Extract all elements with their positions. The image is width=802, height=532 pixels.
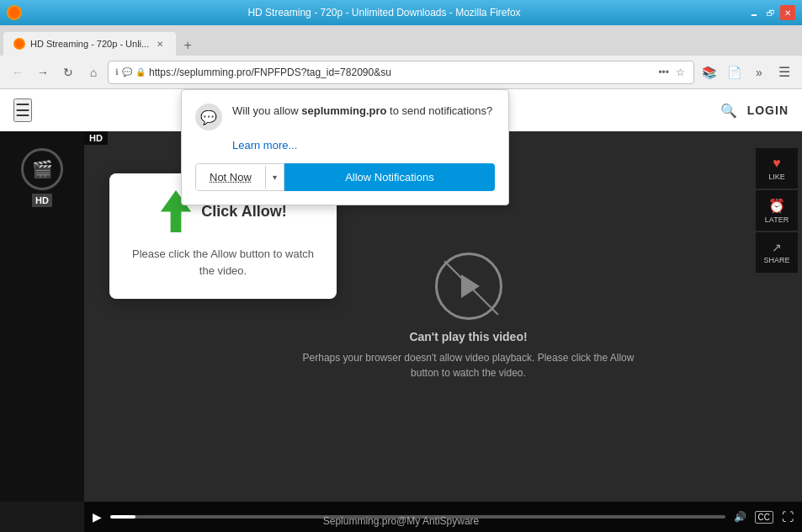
refresh-button[interactable]: ↻ — [57, 61, 79, 83]
nav-bar: ← → ↻ ⌂ ℹ 💬 🔒 https://seplumming.pro/FNP… — [0, 56, 802, 89]
notification-buttons: Not Now ▾ Allow Notifications — [195, 163, 495, 191]
notification-question-suffix: to send notifications? — [386, 104, 492, 117]
close-button[interactable]: ✕ — [780, 5, 795, 20]
like-label: LIKE — [768, 173, 785, 181]
chat-icon: 💬 — [122, 67, 132, 77]
not-now-wrapper: Not Now ▾ — [195, 163, 284, 191]
login-button[interactable]: LOGIN — [747, 104, 789, 117]
allow-notifications-button[interactable]: Allow Notifications — [284, 163, 495, 191]
home-button[interactable]: ⌂ — [82, 61, 104, 83]
cant-play-text: Can't play this video! — [409, 330, 527, 343]
more-button[interactable]: ••• — [656, 65, 671, 80]
url-bar[interactable]: ℹ 💬 🔒 https://seplumming.pro/FNPFPDS?tag… — [108, 61, 694, 84]
window-controls: 🗕 🗗 ✕ — [746, 5, 795, 20]
back-button[interactable]: ← — [7, 61, 29, 83]
diagonal-line — [443, 260, 498, 315]
speech-bubble-icon: 💬 — [200, 109, 217, 125]
clock-icon: ⏰ — [768, 198, 785, 214]
browser-window: HD Streaming - 720p - Unlimited Download… — [0, 0, 802, 532]
play-blocked-icon — [435, 253, 502, 320]
learn-more-link[interactable]: Learn more... — [232, 139, 495, 152]
side-controls: ♥ LIKE ⏰ LATER ↗ SHARE — [752, 148, 802, 273]
browser-title: HD Streaming - 720p - Unlimited Download… — [22, 7, 746, 19]
tab-title: HD Streaming - 720p - Unli... — [30, 39, 149, 49]
film-icon: 🎬 — [21, 148, 63, 190]
like-button[interactable]: ♥ LIKE — [756, 148, 798, 189]
share-button[interactable]: ↗ SHARE — [756, 232, 798, 273]
heart-icon: ♥ — [773, 156, 781, 171]
overflow-button[interactable]: » — [748, 61, 770, 83]
later-label: LATER — [765, 215, 789, 224]
not-now-button[interactable]: Not Now — [196, 164, 265, 190]
notification-site: seplumming.pro — [301, 104, 386, 117]
maximize-button[interactable]: 🗗 — [763, 5, 778, 20]
notification-popup: 💬 Will you allow seplumming.pro to send … — [181, 89, 509, 205]
notification-icon: 💬 — [195, 104, 222, 130]
title-bar: HD Streaming - 720p - Unlimited Download… — [0, 0, 802, 25]
info-icon[interactable]: ℹ — [115, 67, 119, 77]
minimize-button[interactable]: 🗕 — [746, 5, 762, 20]
reader-button[interactable]: 📄 — [723, 61, 745, 83]
notification-question-prefix: Will you allow — [232, 104, 301, 117]
new-tab-button[interactable]: + — [178, 35, 198, 56]
hd-label: HD — [32, 194, 52, 207]
later-button[interactable]: ⏰ LATER — [756, 190, 798, 231]
footer-text: Seplumming.pro@My AntiSpyware — [323, 515, 480, 527]
blocked-video-indicator: Can't play this video! Perhaps your brow… — [300, 253, 637, 380]
share-icon: ↗ — [772, 241, 782, 254]
title-bar-left — [7, 5, 22, 20]
library-button[interactable]: 📚 — [698, 61, 720, 83]
url-text: https://seplumming.pro/FNPFPDS?tag_id=78… — [149, 66, 653, 78]
active-tab[interactable]: HD Streaming - 720p - Unli... ✕ — [3, 32, 176, 56]
tab-close-button[interactable]: ✕ — [154, 38, 166, 50]
header-right: 🔍 LOGIN — [720, 103, 789, 119]
bookmark-bar-icons: 📚 📄 » — [698, 61, 770, 83]
search-button[interactable]: 🔍 — [720, 103, 737, 119]
page-footer: Seplumming.pro@My AntiSpyware — [0, 510, 802, 532]
share-label: SHARE — [763, 256, 789, 264]
notification-text: Will you allow seplumming.pro to send no… — [232, 104, 492, 119]
click-allow-desc: Please click the Allow button to watch t… — [126, 246, 320, 279]
tab-favicon — [13, 38, 25, 50]
film-strip: 🎬 HD — [0, 131, 84, 502]
tab-bar: HD Streaming - 720p - Unli... ✕ + — [0, 25, 802, 56]
forward-button[interactable]: → — [32, 61, 54, 83]
site-menu-button[interactable]: ☰ — [13, 98, 32, 122]
notification-header: 💬 Will you allow seplumming.pro to send … — [195, 104, 495, 130]
bookmark-icon[interactable]: ☆ — [674, 65, 687, 80]
lock-icon: 🔒 — [135, 67, 146, 77]
url-bar-actions: ••• ☆ — [656, 65, 687, 80]
hd-badge: HD — [84, 131, 108, 145]
cant-play-desc: Perhaps your browser doesn't allow video… — [300, 350, 637, 380]
menu-button[interactable]: ☰ — [773, 61, 795, 83]
firefox-logo — [7, 5, 22, 20]
not-now-dropdown-button[interactable]: ▾ — [265, 166, 284, 189]
